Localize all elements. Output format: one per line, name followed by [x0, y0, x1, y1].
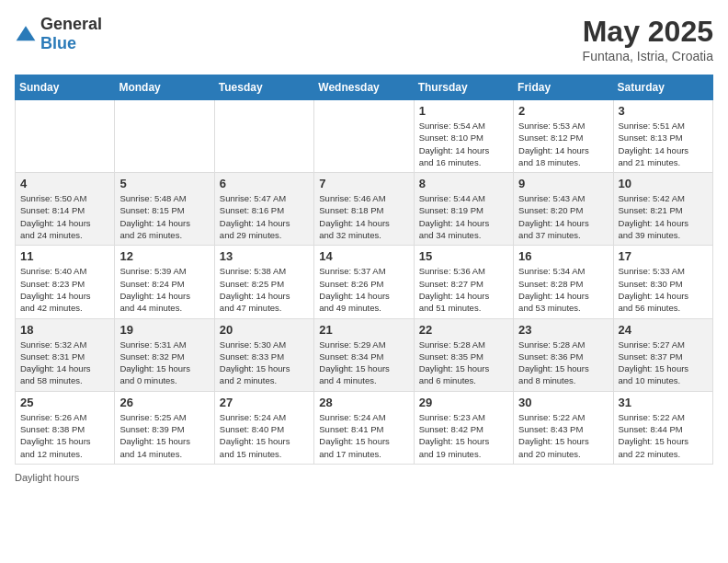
day-number: 26: [119, 396, 209, 409]
day-number: 18: [20, 323, 109, 337]
day-number: 22: [419, 323, 508, 337]
calendar-cell: 15Sunrise: 5:36 AM Sunset: 8:27 PM Dayli…: [414, 246, 513, 318]
calendar-table: SundayMondayTuesdayWednesdayThursdayFrid…: [15, 75, 713, 465]
calendar-cell: 16Sunrise: 5:34 AM Sunset: 8:28 PM Dayli…: [514, 246, 613, 318]
calendar-cell: 25Sunrise: 5:26 AM Sunset: 8:38 PM Dayli…: [16, 391, 115, 464]
calendar-cell: 19Sunrise: 5:31 AM Sunset: 8:32 PM Dayli…: [115, 318, 214, 391]
svg-marker-0: [17, 26, 36, 40]
calendar-cell: 26Sunrise: 5:25 AM Sunset: 8:39 PM Dayli…: [115, 391, 214, 464]
day-number: 1: [419, 104, 508, 118]
day-info: Sunrise: 5:43 AM Sunset: 8:20 PM Dayligh…: [518, 192, 608, 241]
calendar-cell: 27Sunrise: 5:24 AM Sunset: 8:40 PM Dayli…: [214, 391, 313, 464]
day-info: Sunrise: 5:22 AM Sunset: 8:44 PM Dayligh…: [619, 411, 708, 460]
day-number: 23: [518, 323, 608, 337]
calendar-cell: 28Sunrise: 5:24 AM Sunset: 8:41 PM Dayli…: [314, 391, 414, 464]
calendar-cell: 7Sunrise: 5:46 AM Sunset: 8:18 PM Daylig…: [314, 173, 414, 246]
calendar-cell: [314, 100, 414, 173]
day-info: Sunrise: 5:48 AM Sunset: 8:15 PM Dayligh…: [119, 192, 209, 241]
day-number: 3: [619, 104, 708, 118]
day-number: 28: [319, 396, 408, 409]
day-number: 19: [119, 323, 209, 337]
day-info: Sunrise: 5:37 AM Sunset: 8:26 PM Dayligh…: [319, 265, 408, 314]
calendar-day-header-wednesday: Wednesday: [314, 75, 414, 100]
calendar-cell: 29Sunrise: 5:23 AM Sunset: 8:42 PM Dayli…: [414, 391, 513, 464]
calendar-cell: 20Sunrise: 5:30 AM Sunset: 8:33 PM Dayli…: [214, 318, 313, 391]
day-info: Sunrise: 5:30 AM Sunset: 8:33 PM Dayligh…: [220, 339, 309, 387]
calendar-cell: 23Sunrise: 5:28 AM Sunset: 8:36 PM Dayli…: [514, 318, 613, 391]
calendar-header-row: SundayMondayTuesdayWednesdayThursdayFrid…: [16, 75, 713, 100]
calendar-cell: 14Sunrise: 5:37 AM Sunset: 8:26 PM Dayli…: [314, 246, 414, 318]
calendar-day-header-sunday: Sunday: [16, 75, 115, 100]
day-number: 2: [518, 104, 608, 118]
day-info: Sunrise: 5:27 AM Sunset: 8:37 PM Dayligh…: [619, 339, 708, 387]
calendar-cell: 17Sunrise: 5:33 AM Sunset: 8:30 PM Dayli…: [613, 246, 712, 318]
day-info: Sunrise: 5:23 AM Sunset: 8:42 PM Dayligh…: [419, 411, 508, 460]
day-info: Sunrise: 5:38 AM Sunset: 8:25 PM Dayligh…: [220, 265, 309, 314]
page-header: General Blue May 2025 Funtana, Istria, C…: [15, 15, 713, 63]
calendar-week-row: 1Sunrise: 5:54 AM Sunset: 8:10 PM Daylig…: [16, 100, 713, 173]
day-number: 5: [119, 177, 209, 190]
day-info: Sunrise: 5:29 AM Sunset: 8:34 PM Dayligh…: [319, 339, 408, 387]
day-number: 29: [419, 396, 508, 409]
day-number: 13: [220, 249, 309, 263]
day-number: 15: [419, 249, 508, 263]
calendar-cell: 2Sunrise: 5:53 AM Sunset: 8:12 PM Daylig…: [514, 100, 613, 173]
calendar-week-row: 25Sunrise: 5:26 AM Sunset: 8:38 PM Dayli…: [16, 391, 713, 464]
day-number: 21: [319, 323, 408, 337]
day-info: Sunrise: 5:40 AM Sunset: 8:23 PM Dayligh…: [20, 265, 109, 314]
day-info: Sunrise: 5:28 AM Sunset: 8:36 PM Dayligh…: [518, 339, 608, 387]
day-info: Sunrise: 5:22 AM Sunset: 8:43 PM Dayligh…: [518, 411, 608, 460]
calendar-cell: 30Sunrise: 5:22 AM Sunset: 8:43 PM Dayli…: [514, 391, 613, 464]
calendar-cell: 1Sunrise: 5:54 AM Sunset: 8:10 PM Daylig…: [414, 100, 513, 173]
daylight-label: Daylight hours: [15, 472, 79, 483]
day-info: Sunrise: 5:32 AM Sunset: 8:31 PM Dayligh…: [20, 339, 109, 387]
calendar-cell: 5Sunrise: 5:48 AM Sunset: 8:15 PM Daylig…: [115, 173, 214, 246]
day-info: Sunrise: 5:34 AM Sunset: 8:28 PM Dayligh…: [518, 265, 608, 314]
day-number: 4: [20, 177, 109, 190]
calendar-cell: [16, 100, 115, 173]
calendar-cell: 31Sunrise: 5:22 AM Sunset: 8:44 PM Dayli…: [613, 391, 712, 464]
day-info: Sunrise: 5:42 AM Sunset: 8:21 PM Dayligh…: [619, 192, 708, 241]
day-number: 14: [319, 249, 408, 263]
day-info: Sunrise: 5:46 AM Sunset: 8:18 PM Dayligh…: [319, 192, 408, 241]
calendar-cell: 24Sunrise: 5:27 AM Sunset: 8:37 PM Dayli…: [613, 318, 712, 391]
day-info: Sunrise: 5:26 AM Sunset: 8:38 PM Dayligh…: [20, 411, 109, 460]
day-number: 30: [518, 396, 608, 409]
calendar-day-header-monday: Monday: [115, 75, 214, 100]
calendar-day-header-thursday: Thursday: [414, 75, 513, 100]
calendar-week-row: 4Sunrise: 5:50 AM Sunset: 8:14 PM Daylig…: [16, 173, 713, 246]
day-info: Sunrise: 5:39 AM Sunset: 8:24 PM Dayligh…: [119, 265, 209, 314]
day-info: Sunrise: 5:24 AM Sunset: 8:40 PM Dayligh…: [220, 411, 309, 460]
day-number: 7: [319, 177, 408, 190]
footer: Daylight hours: [15, 472, 713, 483]
day-info: Sunrise: 5:28 AM Sunset: 8:35 PM Dayligh…: [419, 339, 508, 387]
calendar-day-header-friday: Friday: [514, 75, 613, 100]
calendar-cell: 18Sunrise: 5:32 AM Sunset: 8:31 PM Dayli…: [16, 318, 115, 391]
logo-icon: [15, 23, 37, 45]
day-number: 16: [518, 249, 608, 263]
day-number: 20: [220, 323, 309, 337]
day-info: Sunrise: 5:51 AM Sunset: 8:13 PM Dayligh…: [619, 120, 708, 168]
day-info: Sunrise: 5:54 AM Sunset: 8:10 PM Dayligh…: [419, 120, 508, 168]
day-info: Sunrise: 5:50 AM Sunset: 8:14 PM Dayligh…: [20, 192, 109, 241]
day-info: Sunrise: 5:47 AM Sunset: 8:16 PM Dayligh…: [220, 192, 309, 241]
logo-general: General: [40, 15, 102, 33]
title-block: May 2025 Funtana, Istria, Croatia: [583, 15, 713, 63]
month-title: May 2025: [583, 15, 713, 49]
calendar-cell: 22Sunrise: 5:28 AM Sunset: 8:35 PM Dayli…: [414, 318, 513, 391]
day-number: 17: [619, 249, 708, 263]
day-number: 9: [518, 177, 608, 190]
calendar-cell: 3Sunrise: 5:51 AM Sunset: 8:13 PM Daylig…: [613, 100, 712, 173]
day-number: 6: [220, 177, 309, 190]
day-info: Sunrise: 5:24 AM Sunset: 8:41 PM Dayligh…: [319, 411, 408, 460]
calendar-day-header-tuesday: Tuesday: [214, 75, 313, 100]
calendar-cell: 12Sunrise: 5:39 AM Sunset: 8:24 PM Dayli…: [115, 246, 214, 318]
calendar-cell: 6Sunrise: 5:47 AM Sunset: 8:16 PM Daylig…: [214, 173, 313, 246]
day-info: Sunrise: 5:31 AM Sunset: 8:32 PM Dayligh…: [119, 339, 209, 387]
calendar-cell: 21Sunrise: 5:29 AM Sunset: 8:34 PM Dayli…: [314, 318, 414, 391]
day-number: 10: [619, 177, 708, 190]
calendar-cell: 8Sunrise: 5:44 AM Sunset: 8:19 PM Daylig…: [414, 173, 513, 246]
calendar-cell: [115, 100, 214, 173]
calendar-day-header-saturday: Saturday: [613, 75, 712, 100]
day-info: Sunrise: 5:33 AM Sunset: 8:30 PM Dayligh…: [619, 265, 708, 314]
